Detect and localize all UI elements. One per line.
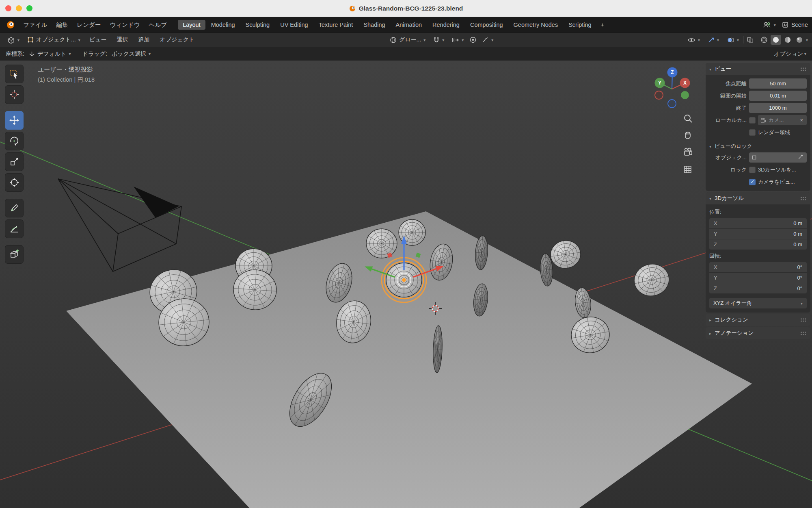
menu-object[interactable]: オブジェクト [155,35,199,45]
tool-add-primitive-button[interactable] [5,245,24,264]
clear-camera-button[interactable]: × [799,117,804,123]
workspace-tab-geometry-nodes[interactable]: Geometry Nodes [509,20,563,30]
tool-cursor-button[interactable] [5,85,24,104]
minimize-window-button[interactable] [16,5,22,11]
shading-material-button[interactable] [782,35,793,45]
clip-end-field[interactable]: 1000 m [749,103,807,113]
menu-render[interactable]: レンダー [72,20,105,30]
workspace-tab-layout[interactable]: Layout [178,20,205,30]
gizmos-dropdown[interactable]: ▾ [704,35,722,45]
drag-handle-icon[interactable] [800,318,807,322]
panel-view-header[interactable]: ▾ ビュー [706,63,810,75]
pan-hand-button[interactable] [685,132,690,139]
panel-annotation-header[interactable]: ▸ アノテーション [706,327,810,339]
navigation-gizmo[interactable]: Z Y X [655,67,690,108]
local-camera-field[interactable]: カメ... × [758,115,807,125]
rotation-mode-dropdown[interactable]: XYZ オイラー角 ▾ [709,298,807,308]
tool-transform-button[interactable] [5,173,24,192]
cursor-rotation-y-field[interactable]: Y 0° [709,273,807,283]
transform-orientation-dropdown[interactable]: グロー... ▾ [387,35,429,45]
menu-select[interactable]: 選択 [112,35,132,45]
editor-type-dropdown[interactable]: ▾ [4,35,23,45]
cursor-rotation-x-field[interactable]: X 0° [709,262,807,272]
chevron-down-icon: ▾ [709,144,711,149]
local-camera-checkbox[interactable] [749,117,756,124]
overlays-dropdown[interactable]: ▾ [723,35,742,45]
workspace-tab-sculpting[interactable]: Sculpting [241,20,275,30]
view-lock-subpanel-header[interactable]: ▾ ビューのロック [709,141,807,150]
zoom-window-button[interactable] [26,5,32,11]
workspace-tab-animation[interactable]: Animation [391,20,427,30]
lock-object-field[interactable] [749,152,807,163]
drag-handle-icon[interactable] [800,67,807,72]
workspace-tab-uv-editing[interactable]: UV Editing [275,20,313,30]
add-workspace-button[interactable]: + [597,20,608,30]
tool-select-box-button[interactable] [5,65,24,83]
tool-measure-button[interactable] [5,219,24,238]
tool-annotate-button[interactable] [5,199,24,217]
drag-mode-dropdown[interactable]: ボックス選択 ▾ [108,49,154,59]
menu-edit[interactable]: 編集 [52,20,72,30]
options-button[interactable]: オプション [774,50,803,58]
shading-solid-button[interactable] [771,35,781,45]
workspace-tabs: Layout Modeling Sculpting UV Editing Tex… [178,20,608,30]
camera-to-view-checkbox[interactable] [749,179,756,185]
mesh-disc[interactable] [366,229,397,258]
eyedropper-icon[interactable] [797,154,804,161]
menu-add[interactable]: 追加 [134,35,154,45]
shading-rendered-button[interactable] [794,35,805,45]
nav-axis-z-negative[interactable] [668,100,676,108]
visibility-dropdown[interactable]: ▾ [684,35,703,45]
scene-canvas[interactable]: Z Y X [0,61,812,508]
mesh-disc[interactable] [631,261,672,299]
lock-to-3d-cursor-checkbox[interactable] [749,167,756,173]
orthographic-toggle-button[interactable] [685,166,691,173]
drag-handle-icon[interactable] [800,331,807,336]
cursor-rotation-z-field[interactable]: Z 0° [709,283,807,293]
focal-length-field[interactable]: 50 mm [749,78,807,89]
users-icon[interactable] [763,21,771,28]
nav-axis-x-negative[interactable] [655,91,663,99]
shading-wireframe-button[interactable] [759,35,769,45]
zoom-button[interactable] [685,115,692,122]
nav-axis-y-negative[interactable] [681,91,689,99]
snap-target-dropdown[interactable]: ▾ [449,35,467,45]
menu-help[interactable]: ヘルプ [145,20,172,30]
chevron-down-icon[interactable]: ▾ [806,38,808,42]
drag-handle-icon[interactable] [800,196,807,201]
mode-dropdown[interactable]: オブジェクト... ▾ [24,35,84,45]
workspace-tab-scripting[interactable]: Scripting [564,20,596,30]
scene-name[interactable]: Scene [791,22,808,28]
workspace-tab-modeling[interactable]: Modeling [206,20,240,30]
panel-3d-cursor-header[interactable]: ▾ 3Dカーソル [706,192,810,204]
render-region-checkbox[interactable] [749,129,756,136]
coord-system-dropdown[interactable]: デフォルト ▾ [26,49,74,59]
workspace-tab-texture-paint[interactable]: Texture Paint [314,20,358,30]
camera-view-button[interactable] [685,148,692,155]
proportional-falloff-dropdown[interactable]: ▾ [479,35,497,44]
menu-view[interactable]: ビュー [85,35,111,45]
clip-start-field[interactable]: 0.01 m [749,91,807,101]
mesh-disc[interactable] [549,239,583,270]
cursor-location-y-field[interactable]: Y 0 m [709,229,807,239]
workspace-tab-shading[interactable]: Shading [358,20,390,30]
menu-window[interactable]: ウィンドウ [105,20,144,30]
panel-collection-header[interactable]: ▸ コレクション [706,314,810,326]
ground-plane[interactable] [66,211,752,508]
blender-logo-icon[interactable] [6,20,15,30]
cursor-location-z-field[interactable]: Z 0 m [709,239,807,250]
xray-toggle[interactable] [745,36,755,44]
menu-file[interactable]: ファイル [19,20,52,30]
close-window-button[interactable] [5,5,11,11]
tool-move-button[interactable] [5,111,24,130]
viewport-3d[interactable]: Z Y X ユーザー・透視投影 (1) Collection | 円.018 [0,61,812,508]
camera-object[interactable] [58,179,181,271]
chevron-down-icon[interactable]: ▾ [774,23,776,27]
tool-rotate-button[interactable] [5,132,24,150]
cursor-location-x-field[interactable]: X 0 m [709,218,807,228]
tool-scale-button[interactable] [5,152,24,171]
workspace-tab-compositing[interactable]: Compositing [465,20,508,30]
proportional-editing-toggle[interactable] [468,35,478,44]
workspace-tab-rendering[interactable]: Rendering [428,20,464,30]
snap-dropdown[interactable]: ▾ [430,35,447,45]
